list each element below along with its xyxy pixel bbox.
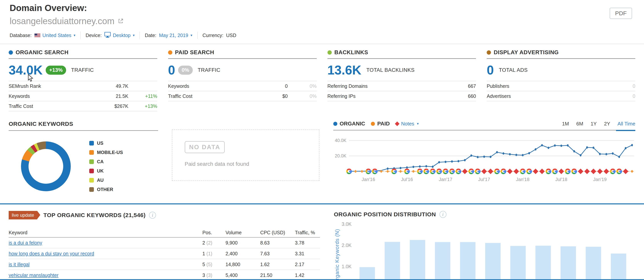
keyword-cell: is it illegal (9, 262, 196, 267)
range-2y[interactable]: 2Y (604, 121, 610, 127)
filter-value[interactable]: United States (42, 33, 71, 38)
range-selector: 1M6M1Y2YAll Time (562, 121, 635, 127)
table-row: vehicular manslaughter3 (3)5,40021.501.4… (9, 270, 320, 280)
footer-divider (0, 279, 644, 280)
donut-chart[interactable] (21, 141, 71, 191)
metric-row: Traffic Cost$00% (168, 91, 317, 101)
position-cell: 1 (1) (202, 251, 220, 256)
svg-text:Organic Keywords (N): Organic Keywords (N) (334, 229, 340, 280)
keyword-link[interactable]: how long does a dui stay on your record (9, 251, 94, 256)
filter-device[interactable]: Device:Desktop▾ (86, 32, 134, 39)
svg-text:40.0K: 40.0K (335, 138, 346, 143)
stat-panels: ORGANIC SEARCH34.0K+13%TRAFFICSEMrush Ra… (0, 49, 644, 111)
pdf-export-button[interactable]: PDF (610, 8, 632, 19)
filter-label: Date: (145, 33, 156, 38)
position-cell: 3 (3) (202, 272, 220, 278)
trend-legend-paid[interactable]: PAID (371, 121, 390, 127)
cpc-cell: 7.63 (260, 251, 289, 256)
info-icon[interactable]: i (149, 212, 156, 219)
cpc-cell: 21.50 (260, 272, 289, 278)
legend-item[interactable]: MOBILE-US (89, 150, 123, 155)
domain-line: losangelesduiattorney.com (10, 16, 634, 26)
metric-value: 0 (633, 93, 635, 99)
metric-row: Traffic Cost$267K+13% (9, 101, 157, 111)
traffic-cell: 3.31 (295, 251, 320, 256)
trend-legend-organic[interactable]: ORGANIC (333, 121, 365, 127)
panel-metric-label: TRAFFIC (71, 67, 94, 73)
legend-label: UK (97, 168, 104, 174)
keyword-cell: vehicular manslaughter (9, 272, 196, 278)
metric-label: Publishers (487, 83, 633, 89)
range-1m[interactable]: 1M (562, 121, 569, 127)
range-all-time[interactable]: All Time (618, 121, 635, 127)
position-distribution-chart[interactable]: Organic Keywords (N)1.0K2.0K3.0K1-34-101… (334, 218, 636, 280)
metric-row: Advertisers0 (487, 91, 635, 101)
monitor-icon (104, 32, 111, 39)
svg-text:Jul'16: Jul'16 (401, 177, 413, 182)
legend-swatch-icon (89, 178, 94, 183)
svg-text:Jan'18: Jan'18 (516, 177, 530, 182)
legend-item[interactable]: UK (89, 168, 123, 174)
svg-text:Jan'17: Jan'17 (439, 177, 452, 182)
legend-swatch-icon (89, 159, 94, 164)
traffic-trend-chart[interactable]: 20.0K40.0KJan'16Jul'16Jan'17Jul'17Jan'18… (333, 130, 635, 189)
legend-label: PAID (377, 121, 390, 127)
metric-value: $0 (282, 93, 288, 99)
panel-display-advertising: DISPLAY ADVERTISING0TOTAL ADSPublishers0… (487, 49, 635, 111)
position-distribution-header: ORGANIC POSITION DISTRIBUTION i (334, 211, 636, 218)
metric-label: SEMrush Rank (9, 83, 116, 89)
panel-title: BACKLINKS (334, 49, 368, 56)
no-data-message: Paid search data not found (185, 161, 319, 167)
legend-item[interactable]: US (89, 140, 123, 146)
blue-section-divider (0, 203, 644, 204)
filter-date[interactable]: Date:May 21, 2019▾ (145, 33, 192, 38)
external-link-icon[interactable] (118, 16, 124, 26)
legend-label: Notes (401, 121, 414, 127)
keyword-cell: how long does a dui stay on your record (9, 251, 196, 256)
legend-item[interactable]: OTHER (89, 187, 123, 192)
info-icon[interactable]: i (440, 211, 446, 218)
keyword-link[interactable]: vehicular manslaughter (9, 272, 58, 278)
active-range-underline (616, 130, 635, 131)
table-row: how long does a dui stay on your record1… (9, 248, 320, 259)
metric-value: 49.7K (116, 83, 128, 89)
panel-rows: SEMrush Rank49.7KKeywords21.5K+11%Traffi… (9, 81, 157, 111)
svg-text:Jul'17: Jul'17 (478, 177, 490, 182)
organic-keywords-chart[interactable]: USMOBILE-USCAUKAUOTHER (9, 137, 158, 196)
page-header: Domain Overview: losangelesduiattorney.c… (0, 0, 644, 39)
panel-summary: 13.6KTOTAL BACKLINKS (328, 63, 476, 77)
filter-value[interactable]: Desktop (113, 33, 130, 38)
position-cell: 2 (2) (202, 240, 220, 246)
filter-label: Device: (86, 33, 102, 38)
metric-row: Keywords21.5K+11% (9, 91, 157, 101)
legend-item[interactable]: AU (89, 177, 123, 183)
page-title: Domain Overview: (10, 3, 634, 13)
trend-legend-notes[interactable]: Notes▾ (396, 121, 419, 127)
range-6m[interactable]: 6M (576, 121, 583, 127)
organic-keywords-title: ORGANIC KEYWORDS (9, 121, 158, 127)
panel-backlinks: BACKLINKS13.6KTOTAL BACKLINKSReferring D… (328, 49, 476, 111)
column-header: Volume (226, 230, 254, 235)
legend-item[interactable]: CA (89, 159, 123, 164)
traffic-cell: 3.78 (295, 240, 320, 246)
filter-value[interactable]: May 21, 2019 (159, 33, 188, 38)
keyword-link[interactable]: is a dui a felony (9, 240, 42, 245)
legend-swatch-icon (89, 169, 94, 173)
keyword-cell: is a dui a felony (9, 240, 196, 246)
panel-title: PAID SEARCH (175, 49, 214, 56)
column-header: Keyword (9, 230, 196, 235)
legend-label: AU (97, 177, 104, 183)
legend-dot-icon (371, 122, 375, 126)
metric-label: Keywords (168, 83, 285, 89)
paid-keywords-widget: NO DATA Paid search data not found (172, 121, 320, 196)
filter-currency: Currency:USD (202, 33, 236, 38)
panel-big-value: 34.0K (9, 63, 42, 77)
metric-row: Referring Domains667 (328, 81, 476, 91)
range-1y[interactable]: 1Y (590, 121, 597, 127)
metric-change: +13% (128, 103, 157, 109)
metric-row: Keywords00% (168, 81, 317, 91)
filter-database[interactable]: Database:United States▾ (10, 33, 75, 38)
keyword-link[interactable]: is it illegal (9, 262, 30, 267)
organic-keywords-widget: ORGANIC KEYWORDS USMOBILE-USCAUKAUOTHER (9, 121, 158, 196)
panel-rows: Publishers0Advertisers0 (487, 81, 635, 101)
